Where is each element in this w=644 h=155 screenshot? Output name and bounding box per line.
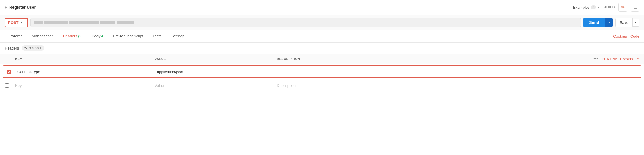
tab-params[interactable]: Params (5, 30, 27, 42)
row-2-key[interactable]: Key (15, 83, 155, 88)
row-2-checkbox[interactable] (5, 83, 15, 88)
url-input[interactable] (30, 18, 581, 27)
row-2-description[interactable]: Description (277, 83, 639, 88)
url-blur-2 (44, 21, 68, 24)
th-actions: ••• Bulk Edit Presets ▼ (593, 56, 639, 61)
body-dot-icon (101, 35, 103, 37)
url-blur-1 (34, 21, 43, 24)
collapse-arrow-icon[interactable]: ▶ (5, 6, 7, 9)
tab-headers[interactable]: Headers (9) (58, 30, 87, 42)
presets-button[interactable]: Presets (620, 57, 633, 61)
th-key-col: KEY (15, 57, 155, 61)
tab-pre-request-script[interactable]: Pre-request Script (108, 30, 148, 42)
send-button-group: Send ▼ (583, 18, 613, 27)
top-bar: ▶ Register User Examples 0 ▼ BUILD ✏ ☰ (0, 0, 644, 15)
request-title: Register User (9, 5, 36, 10)
th-desc-col: DESCRIPTION (277, 57, 593, 61)
examples-badge: 0 (591, 5, 596, 9)
row-2-value[interactable]: Value (155, 83, 277, 88)
table-header-row: KEY VALUE DESCRIPTION ••• Bulk Edit Pres… (0, 54, 644, 64)
send-dropdown-button[interactable]: ▼ (605, 18, 613, 27)
method-label: POST (8, 20, 18, 25)
save-button[interactable]: Save (615, 18, 633, 27)
tab-settings[interactable]: Settings (166, 30, 189, 42)
request-title-area: ▶ Register User (5, 5, 36, 10)
headers-section-bar: Headers 👁 8 hidden (0, 43, 644, 54)
headers-table: Content-Type application/json Key Value … (0, 65, 644, 92)
examples-label: Examples (573, 5, 590, 10)
url-blur-5 (117, 21, 134, 24)
hidden-count-label: 8 hidden (29, 46, 42, 50)
send-button[interactable]: Send (583, 18, 605, 27)
tab-authorization[interactable]: Authorization (27, 30, 58, 42)
row-1-value[interactable]: application/json (157, 70, 279, 74)
build-label: BUILD (604, 5, 615, 9)
url-blur-3 (69, 21, 99, 24)
row-2-checkbox-input[interactable] (5, 83, 9, 88)
doc-button[interactable]: ☰ (631, 3, 639, 12)
bulk-edit-button[interactable]: Bulk Edit (602, 57, 617, 61)
table-row: Content-Type application/json (3, 65, 641, 78)
table-row: Key Value Description (0, 79, 644, 92)
examples-button[interactable]: Examples 0 ▼ (573, 5, 600, 10)
presets-chevron-icon[interactable]: ▼ (636, 57, 639, 61)
doc-icon: ☰ (633, 5, 637, 10)
top-bar-actions: Examples 0 ▼ BUILD ✏ ☰ (573, 3, 639, 12)
cookies-link[interactable]: Cookies (613, 34, 627, 38)
hidden-headers-badge: 👁 8 hidden (22, 45, 44, 51)
method-dropdown[interactable]: POST ▼ (5, 18, 28, 27)
tabs-bar: Params Authorization Headers (9) Body Pr… (0, 30, 644, 43)
row-1-checkbox-input[interactable] (7, 70, 11, 74)
url-bar: POST ▼ Send ▼ Save ▼ (0, 15, 644, 30)
save-dropdown-button[interactable]: ▼ (633, 19, 639, 27)
edit-button[interactable]: ✏ (618, 3, 627, 12)
th-value-col: VALUE (155, 57, 277, 61)
more-options-icon[interactable]: ••• (593, 56, 598, 61)
edit-icon: ✏ (621, 5, 625, 10)
row-1-checkbox[interactable] (7, 70, 17, 74)
headers-badge: (9) (77, 34, 83, 38)
url-blur-4 (100, 21, 115, 24)
eye-icon: 👁 (24, 46, 28, 50)
tab-tests[interactable]: Tests (148, 30, 166, 42)
examples-chevron-icon: ▼ (597, 6, 600, 9)
code-link[interactable]: Code (630, 34, 639, 38)
tab-body[interactable]: Body (87, 30, 108, 42)
method-chevron-icon: ▼ (20, 21, 23, 24)
tabs-right-actions: Cookies Code (613, 34, 639, 38)
row-1-key[interactable]: Content-Type (17, 70, 157, 74)
headers-section-label: Headers (5, 46, 19, 50)
save-button-group: Save ▼ (615, 18, 639, 27)
